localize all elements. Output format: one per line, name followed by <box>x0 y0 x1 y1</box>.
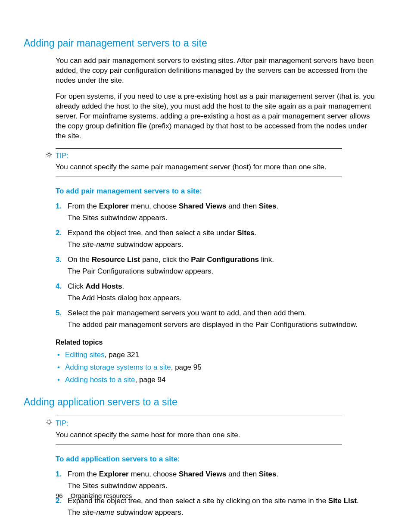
svg-line-16 <box>47 424 47 424</box>
list-item: 2. Expand the object tree, and then sele… <box>56 228 379 250</box>
list-item: •Adding storage systems to a site, page … <box>56 363 379 373</box>
bullet-icon: • <box>57 350 60 360</box>
step-text: On the Resource List pane, click the Pai… <box>68 255 379 265</box>
list-item: 1. From the Explorer menu, choose Shared… <box>56 202 379 223</box>
svg-line-6 <box>51 156 51 156</box>
procedure-title: To add pair management servers to a site… <box>56 187 411 196</box>
tip-label: TIP: <box>56 152 68 159</box>
tip-body: You cannot specify the same host for mor… <box>56 430 342 440</box>
procedure-title: To add application servers to a site: <box>56 454 411 464</box>
svg-point-0 <box>48 153 50 156</box>
svg-line-14 <box>47 420 47 420</box>
svg-line-7 <box>47 156 47 156</box>
tip-label: TIP: <box>56 420 68 427</box>
related-topics-heading: Related topics <box>56 338 411 347</box>
procedure-list: 1. From the Explorer menu, choose Shared… <box>56 202 379 330</box>
step-result: The added pair management servers are di… <box>68 320 379 330</box>
lightbulb-icon <box>45 151 53 159</box>
svg-line-5 <box>47 152 47 153</box>
step-text: From the Explorer menu, choose Shared Vi… <box>68 202 379 212</box>
link[interactable]: Adding storage systems to a site <box>65 363 171 371</box>
list-item: •Adding hosts to a site, page 94 <box>56 375 379 385</box>
step-number: 2. <box>56 228 62 238</box>
step-number: 5. <box>56 308 62 318</box>
related-topics-list: •Editing sites, page 321 •Adding storage… <box>56 350 379 385</box>
page-number: 96 <box>56 492 63 499</box>
step-result: The site-name subwindow appears. <box>68 508 379 518</box>
svg-line-17 <box>51 420 51 420</box>
step-number: 1. <box>56 470 62 479</box>
link[interactable]: Adding hosts to a site <box>65 376 135 384</box>
step-number: 4. <box>56 282 62 292</box>
section-heading: Adding application servers to a site <box>24 395 411 409</box>
step-result: The site-name subwindow appears. <box>68 240 379 250</box>
step-result: The Pair Configurations subwindow appear… <box>68 267 379 277</box>
step-result: The Sites subwindow appears. <box>68 213 379 223</box>
tip-block: TIP: You cannot specify the same pair ma… <box>56 148 342 177</box>
list-item: •Editing sites, page 321 <box>56 350 379 360</box>
list-item: 4. Click Add Hosts. The Add Hosts dialog… <box>56 282 379 303</box>
tip-block: TIP: You cannot specify the same host fo… <box>56 416 342 445</box>
chapter-title: Organizing resources <box>71 492 132 499</box>
svg-line-15 <box>51 424 51 424</box>
list-item: 3. On the Resource List pane, click the … <box>56 255 379 277</box>
step-number: 3. <box>56 255 62 265</box>
bullet-icon: • <box>57 363 60 373</box>
step-number: 1. <box>56 202 62 212</box>
step-text: From the Explorer menu, choose Shared Vi… <box>68 470 379 479</box>
lightbulb-icon <box>45 419 53 426</box>
svg-line-8 <box>51 152 51 153</box>
step-text: Click Add Hosts. <box>68 282 379 292</box>
paragraph: For open systems, if you need to use a p… <box>56 92 379 141</box>
paragraph: You can add pair management servers to e… <box>56 56 379 86</box>
bullet-icon: • <box>57 375 60 385</box>
list-item: 1. From the Explorer menu, choose Shared… <box>56 470 379 491</box>
link[interactable]: Editing sites <box>65 351 105 359</box>
page-footer: 96Organizing resources <box>56 492 132 500</box>
step-text: Expand the object tree, and then select … <box>68 228 379 238</box>
tip-body: You cannot specify the same pair managem… <box>56 162 342 172</box>
svg-point-9 <box>48 421 50 423</box>
section-heading: Adding pair management servers to a site <box>24 37 411 50</box>
step-text: Select the pair management servers you w… <box>68 308 379 318</box>
step-result: The Add Hosts dialog box appears. <box>68 293 379 303</box>
step-result: The Sites subwindow appears. <box>68 481 379 491</box>
list-item: 5. Select the pair management servers yo… <box>56 308 379 330</box>
